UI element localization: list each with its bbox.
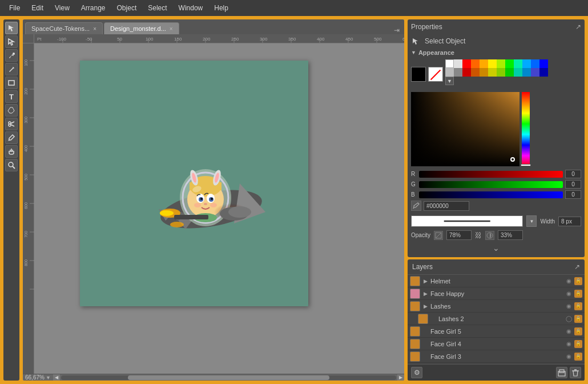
- stroke-swatch[interactable]: [428, 67, 443, 82]
- palette-red[interactable]: [462, 59, 471, 68]
- menu-file[interactable]: File: [5, 2, 25, 14]
- opacity2-input[interactable]: [498, 230, 523, 240]
- palette-amber[interactable]: [480, 59, 488, 68]
- palette-yellow[interactable]: [488, 59, 497, 68]
- hscroll-track[interactable]: [61, 375, 396, 380]
- palette-gray[interactable]: [454, 68, 462, 77]
- hand-tool[interactable]: [5, 145, 18, 158]
- scroll-left-btn[interactable]: ◀: [53, 374, 60, 381]
- g-slider[interactable]: [419, 181, 563, 188]
- select-tool[interactable]: [5, 22, 18, 34]
- palette-sky[interactable]: [522, 59, 531, 68]
- menu-edit[interactable]: Edit: [27, 2, 48, 14]
- layer-expand-facehappy[interactable]: ▶: [422, 291, 428, 297]
- appearance-arrow[interactable]: ▼: [411, 50, 416, 55]
- palette-seafoam[interactable]: [514, 68, 522, 77]
- palette-darkyellow[interactable]: [480, 68, 488, 77]
- menu-help[interactable]: Help: [210, 2, 233, 14]
- tab-spacecute-close[interactable]: ×: [93, 26, 96, 32]
- palette-medgreen[interactable]: [505, 68, 514, 77]
- tab-spacecute[interactable]: SpaceCute-Tokens... ×: [25, 22, 103, 34]
- scissors-tool[interactable]: [5, 118, 18, 130]
- palette-teal[interactable]: [514, 59, 522, 68]
- palette-yellowgreen[interactable]: [497, 68, 505, 77]
- direct-select-tool[interactable]: [5, 35, 18, 48]
- layer-lock-facegirl3[interactable]: 🔒: [574, 353, 582, 361]
- palette-orange[interactable]: [471, 59, 480, 68]
- opacity-blend-icon[interactable]: [434, 231, 443, 240]
- shape-tool[interactable]: [5, 77, 18, 89]
- palette-blue[interactable]: [531, 59, 539, 68]
- layer-item-facegirl3[interactable]: ▶ Face Girl 3 ◉ 🔒: [408, 350, 585, 363]
- palette-olive[interactable]: [488, 68, 497, 77]
- width-input[interactable]: [558, 217, 581, 226]
- expand-appearance-btn[interactable]: ⌄: [493, 243, 500, 253]
- palette-navy[interactable]: [539, 68, 548, 77]
- layer-lock-facegirl4[interactable]: 🔒: [574, 340, 582, 348]
- layer-visibility-facegirl4[interactable]: ◉: [565, 340, 573, 348]
- palette-lightgray[interactable]: [454, 59, 462, 68]
- stroke-style-select[interactable]: [411, 215, 523, 227]
- opacity-input[interactable]: [446, 230, 472, 240]
- menu-window[interactable]: Window: [174, 2, 208, 14]
- layers-settings-btn[interactable]: ⚙: [411, 367, 422, 378]
- link-opacity-icon[interactable]: ⛓: [475, 231, 482, 239]
- palette-lime[interactable]: [497, 59, 505, 68]
- layer-expand-lashes[interactable]: ▶: [422, 303, 428, 309]
- hscroll-thumb[interactable]: [128, 375, 329, 380]
- layer-lock-lashes[interactable]: 🔒: [574, 302, 582, 310]
- paint-bucket-tool[interactable]: [5, 104, 18, 117]
- layer-lock-helmet[interactable]: 🔒: [574, 277, 582, 285]
- layer-visibility-facehappy[interactable]: ◉: [565, 290, 573, 298]
- menu-arrange[interactable]: Arrange: [76, 2, 110, 14]
- b-slider[interactable]: [419, 191, 563, 198]
- layer-lock-facegirl5[interactable]: 🔒: [574, 327, 582, 335]
- tab-design-monster-close[interactable]: ×: [170, 26, 173, 32]
- palette-darkorange[interactable]: [471, 68, 480, 77]
- layer-visibility-facegirl3[interactable]: ◉: [565, 353, 573, 361]
- r-input[interactable]: [565, 170, 581, 178]
- text-tool[interactable]: T: [5, 90, 18, 103]
- palette-darkblue[interactable]: [539, 59, 548, 68]
- fill-swatch[interactable]: [411, 67, 426, 82]
- g-input[interactable]: [565, 180, 581, 189]
- layer-lock-facehappy[interactable]: 🔒: [574, 290, 582, 298]
- palette-gray2[interactable]: [445, 68, 454, 77]
- layers-expand-icon[interactable]: ↗: [574, 263, 580, 271]
- palette-cerulean[interactable]: [522, 68, 531, 77]
- zoom-dropdown-btn[interactable]: ▼: [46, 375, 51, 381]
- stroke-dropdown-btn[interactable]: ▼: [526, 215, 537, 227]
- tab-design-monster[interactable]: Design_monster.d... ×: [104, 22, 179, 34]
- layer-visibility-helmet[interactable]: ◉: [565, 277, 573, 285]
- layer-visibility-facegirl5[interactable]: ◉: [565, 327, 573, 335]
- opacity-blend2-icon[interactable]: [485, 231, 494, 240]
- hex-input[interactable]: [424, 201, 469, 211]
- eyedropper-tool[interactable]: [5, 131, 18, 144]
- new-layer-btn[interactable]: [556, 367, 567, 378]
- scroll-right-btn[interactable]: ▶: [397, 374, 404, 381]
- palette-darkred[interactable]: [462, 68, 471, 77]
- b-input[interactable]: [565, 190, 581, 199]
- menu-object[interactable]: Object: [112, 2, 142, 14]
- pencil-tool[interactable]: [5, 63, 18, 75]
- pen-tool[interactable]: [5, 49, 18, 62]
- panel-expand-icon[interactable]: ⇥: [394, 26, 400, 34]
- layer-item-lashes2[interactable]: ▶ Lashes 2 ◯ 🔒: [408, 313, 585, 325]
- hue-slider[interactable]: [522, 92, 530, 166]
- layer-visibility-lashes2[interactable]: ◯: [565, 315, 573, 323]
- palette-green[interactable]: [505, 59, 514, 68]
- saturation-brightness-picker[interactable]: [411, 92, 519, 166]
- palette-indigo[interactable]: [531, 68, 539, 77]
- layer-item-facehappy[interactable]: ▶ Face Happy ◉ 🔒: [408, 287, 585, 300]
- eyedropper-icon[interactable]: [411, 201, 421, 211]
- layer-item-helmet[interactable]: ▶ Helmet ◉ 🔒: [408, 275, 585, 287]
- menu-view[interactable]: View: [50, 2, 74, 14]
- layer-lock-lashes2[interactable]: 🔒: [574, 315, 582, 323]
- layer-item-facegirl4[interactable]: ▶ Face Girl 4 ◉ 🔒: [408, 338, 585, 350]
- r-slider[interactable]: [419, 171, 563, 178]
- menu-select[interactable]: Select: [143, 2, 171, 14]
- layer-visibility-lashes[interactable]: ◉: [565, 302, 573, 310]
- layer-item-facegirl5[interactable]: ▶ Face Girl 5 ◉ 🔒: [408, 325, 585, 338]
- palette-more-btn[interactable]: ▼: [445, 77, 454, 85]
- layer-item-lashes[interactable]: ▶ Lashes ◉ 🔒: [408, 300, 585, 313]
